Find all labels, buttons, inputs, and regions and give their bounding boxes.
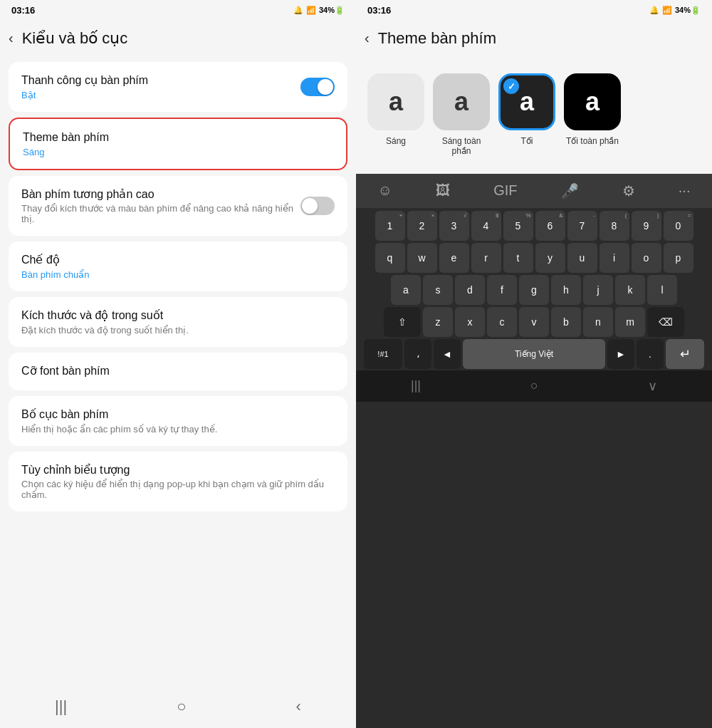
card-theme[interactable]: Theme bàn phím Sáng: [9, 118, 347, 170]
setting-mode[interactable]: Chế độ Bàn phím chuẩn: [9, 241, 347, 291]
kb-key-p[interactable]: p: [664, 243, 693, 273]
kb-nav-recents-icon[interactable]: |||: [411, 378, 421, 393]
kb-key-t[interactable]: t: [503, 243, 533, 273]
kb-key-w[interactable]: w: [407, 243, 437, 273]
card-font: Cỡ font bàn phím: [9, 353, 347, 390]
kb-space-key[interactable]: Tiếng Việt: [463, 339, 605, 369]
alarm-icon: 🔔: [293, 6, 303, 15]
setting-font[interactable]: Cỡ font bàn phím: [9, 353, 347, 390]
kb-delete-key[interactable]: ⌫: [647, 307, 684, 337]
kb-key-8[interactable]: 8(: [600, 211, 629, 241]
setting-contrast[interactable]: Bàn phím tương phản cao Thay đổi kích th…: [9, 176, 347, 236]
kb-key-n[interactable]: n: [583, 307, 613, 337]
kb-key-z[interactable]: z: [423, 307, 453, 337]
kb-key-5[interactable]: 5%: [503, 211, 533, 241]
card-contrast: Bàn phím tương phản cao Thay đổi kích th…: [9, 176, 347, 236]
keyboard-bottom-nav: ||| ○ ∨: [356, 370, 712, 402]
kb-symbols-key[interactable]: !#1: [364, 339, 402, 369]
card-size: Kích thước và độ trong suốt Đặt kích thư…: [9, 297, 347, 347]
right-status-bar: 03:16 🔔 📶 34%🔋: [356, 0, 712, 20]
kb-key-j[interactable]: j: [583, 275, 613, 305]
kb-key-v[interactable]: v: [519, 307, 549, 337]
kb-key-7[interactable]: 7-: [567, 211, 597, 241]
kb-key-g[interactable]: g: [519, 275, 549, 305]
mic-toolbar-icon[interactable]: 🎤: [561, 182, 579, 199]
theme-option-dark-full[interactable]: a Tối toàn phần: [564, 73, 621, 157]
nav-home-icon[interactable]: ○: [177, 697, 186, 716]
sticker-toolbar-icon[interactable]: 🖼: [436, 182, 450, 199]
kb-key-l[interactable]: l: [647, 275, 677, 305]
kb-shift-key[interactable]: ⇧: [384, 307, 421, 337]
setting-theme[interactable]: Theme bàn phím Sáng: [10, 119, 346, 169]
kb-key-y[interactable]: y: [535, 243, 565, 273]
setting-size-text: Kích thước và độ trong suốt Đặt kích thư…: [21, 308, 335, 336]
kb-nav-collapse-icon[interactable]: ∨: [648, 378, 657, 394]
kb-key-m[interactable]: m: [615, 307, 645, 337]
gif-toolbar-icon[interactable]: GIF: [493, 182, 517, 199]
card-mode: Chế độ Bàn phím chuẩn: [9, 241, 347, 291]
kb-key-q[interactable]: q: [375, 243, 405, 273]
nav-back-icon[interactable]: ‹: [296, 697, 301, 716]
kb-period-key[interactable]: .: [637, 339, 664, 369]
kb-key-h[interactable]: h: [551, 275, 581, 305]
kb-key-4[interactable]: 4$: [471, 211, 501, 241]
kb-key-f[interactable]: f: [487, 275, 517, 305]
setting-layout[interactable]: Bố cục bàn phím Hiển thị hoặc ẩn các phí…: [9, 396, 347, 446]
kb-comma-key[interactable]: ،: [404, 339, 431, 369]
setting-mode-subtitle: Bàn phím chuẩn: [21, 269, 335, 280]
kb-arrow-left-key[interactable]: ◄: [434, 339, 461, 369]
theme-swatch-dark-full[interactable]: a: [564, 73, 621, 130]
left-back-button[interactable]: ‹: [6, 27, 16, 49]
kb-key-d[interactable]: d: [455, 275, 485, 305]
setting-toolbar[interactable]: Thanh công cụ bàn phím Bật: [9, 62, 347, 112]
theme-grid: a Sáng a Sáng toànphần ✓ a Tối a Tối toà…: [356, 59, 712, 174]
theme-option-light-full[interactable]: a Sáng toànphần: [433, 73, 490, 157]
kb-key-o[interactable]: o: [632, 243, 661, 273]
kb-key-9[interactable]: 9): [632, 211, 661, 241]
kb-key-b[interactable]: b: [551, 307, 581, 337]
kb-key-0[interactable]: 0=: [664, 211, 693, 241]
theme-option-dark[interactable]: ✓ a Tối: [498, 73, 555, 157]
kb-key-u[interactable]: u: [567, 243, 597, 273]
left-settings-list: Thanh công cụ bàn phím Bật Theme bàn phí…: [0, 59, 356, 690]
right-back-button[interactable]: ‹: [362, 27, 372, 49]
setting-theme-subtitle: Sáng: [23, 147, 333, 157]
theme-swatch-light[interactable]: a: [367, 73, 424, 130]
theme-swatch-dark[interactable]: ✓ a: [498, 73, 555, 130]
setting-contrast-title: Bàn phím tương phản cao: [21, 187, 300, 202]
kb-nav-home-icon[interactable]: ○: [530, 378, 538, 393]
kb-key-x[interactable]: x: [455, 307, 485, 337]
kb-key-6[interactable]: 6&: [535, 211, 565, 241]
nav-recents-icon[interactable]: |||: [55, 697, 67, 716]
setting-emoji-title: Tùy chỉnh biểu tượng: [21, 463, 335, 478]
more-toolbar-icon[interactable]: ···: [679, 182, 691, 199]
theme-swatch-light-full[interactable]: a: [433, 73, 490, 130]
setting-emoji[interactable]: Tùy chỉnh biểu tượng Chọn các ký hiệu để…: [9, 452, 347, 512]
kb-key-c[interactable]: c: [487, 307, 517, 337]
settings-toolbar-icon[interactable]: ⚙: [622, 182, 635, 199]
kb-key-s[interactable]: s: [423, 275, 453, 305]
kb-key-1[interactable]: 1+: [375, 211, 405, 241]
toolbar-toggle[interactable]: [300, 78, 335, 96]
kb-row-qwerty: q w e r t y u i o p: [359, 243, 709, 273]
right-header: ‹ Theme bàn phím: [356, 20, 712, 59]
kb-key-a[interactable]: a: [391, 275, 421, 305]
left-header: ‹ Kiểu và bố cục: [0, 20, 356, 59]
kb-key-2[interactable]: 2×: [407, 211, 437, 241]
kb-key-r[interactable]: r: [471, 243, 501, 273]
kb-key-3[interactable]: 3√: [439, 211, 469, 241]
kb-key-k[interactable]: k: [615, 275, 645, 305]
left-status-bar: 03:16 🔔 📶 34%🔋: [0, 0, 356, 20]
theme-option-light[interactable]: a Sáng: [367, 73, 424, 157]
setting-size[interactable]: Kích thước và độ trong suốt Đặt kích thư…: [9, 297, 347, 347]
right-page-title: Theme bàn phím: [378, 29, 496, 48]
emoji-toolbar-icon[interactable]: ☺: [378, 182, 392, 199]
kb-arrow-right-key[interactable]: ►: [607, 339, 634, 369]
kb-enter-key[interactable]: ↵: [666, 339, 704, 369]
contrast-toggle[interactable]: [300, 197, 335, 215]
right-wifi-icon: 📶: [662, 6, 672, 15]
theme-check-icon: ✓: [503, 78, 519, 94]
kb-key-i[interactable]: i: [600, 243, 629, 273]
setting-emoji-text: Tùy chỉnh biểu tượng Chọn các ký hiệu để…: [21, 463, 335, 501]
kb-key-e[interactable]: e: [439, 243, 469, 273]
